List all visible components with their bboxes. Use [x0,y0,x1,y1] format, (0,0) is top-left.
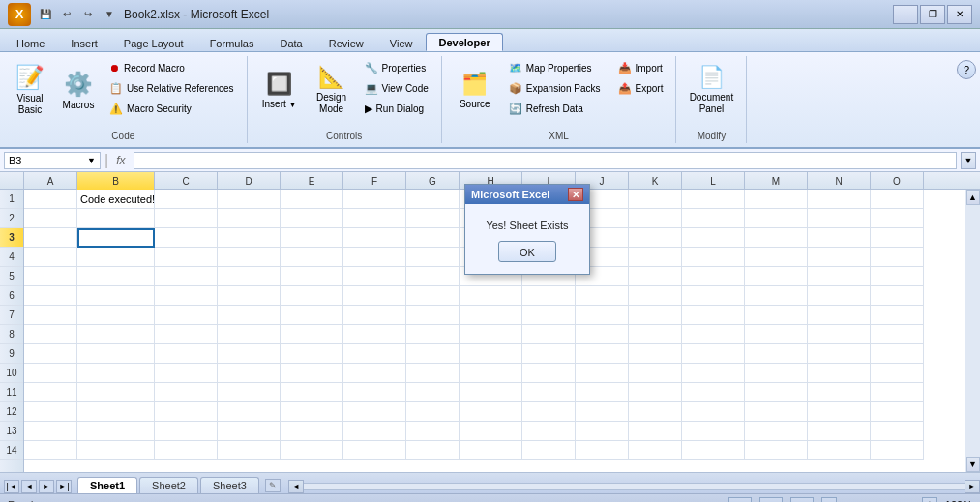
dialog-title: Microsoft Excel [471,189,549,200]
dialog-body: Yes! Sheet Exists OK [465,204,589,274]
dialog-overlay: Microsoft Excel ✕ Yes! Sheet Exists OK [0,0,980,502]
dialog-box: Microsoft Excel ✕ Yes! Sheet Exists OK [464,184,590,275]
dialog-title-bar: Microsoft Excel ✕ [465,185,589,204]
dialog-message: Yes! Sheet Exists [486,220,568,231]
dialog-close-button[interactable]: ✕ [568,188,583,201]
dialog-ok-button[interactable]: OK [498,241,556,262]
